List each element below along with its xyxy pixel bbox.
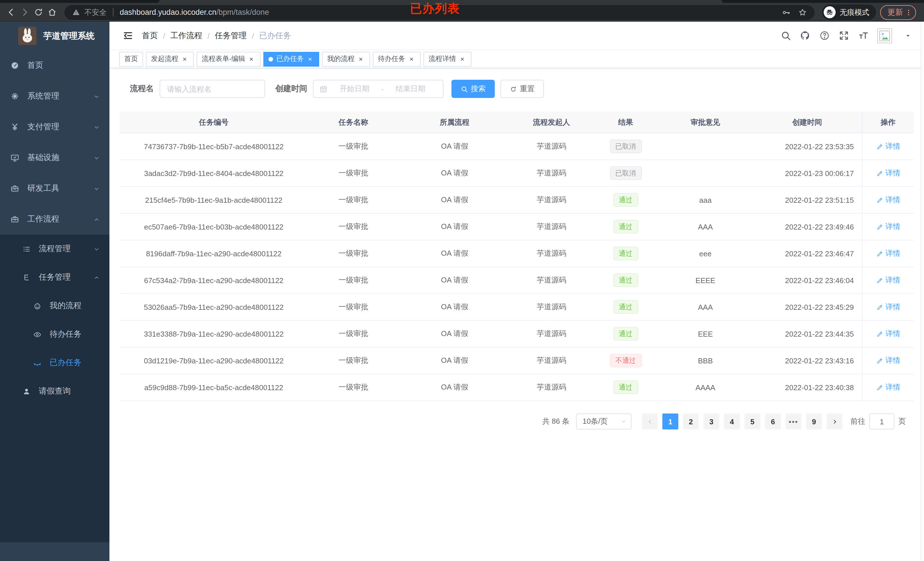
sidebar-subitem[interactable]: 已办任务	[0, 349, 110, 377]
tab[interactable]: 流程详情 ×	[423, 52, 471, 66]
process-name-input[interactable]	[160, 80, 265, 98]
page-button[interactable]: 1	[662, 413, 678, 429]
breadcrumb-separator: /	[252, 31, 254, 40]
reset-button[interactable]: 重置	[501, 80, 544, 98]
tab-close-icon[interactable]: ×	[306, 55, 314, 63]
update-button[interactable]: 更新	[880, 5, 916, 19]
key-icon[interactable]	[782, 8, 790, 17]
sidebar-item[interactable]: 首页	[0, 50, 110, 81]
page-button[interactable]: 5	[744, 413, 760, 429]
initiator-cell: 芋道源码	[510, 240, 593, 267]
robot-icon	[33, 302, 42, 310]
logo-avatar	[18, 27, 36, 45]
search-button[interactable]: 搜索	[452, 80, 495, 98]
sidebar-item[interactable]: 研发工具	[0, 173, 110, 204]
tab[interactable]: 我的流程 ×	[322, 52, 370, 66]
task-id-cell: 8196daff-7b9a-11ec-a290-acde48001122	[120, 240, 308, 267]
not-secure-warning-icon	[72, 8, 80, 16]
sidebar-item[interactable]: 工作流程	[0, 204, 110, 235]
page-size-select[interactable]: 10条/页	[576, 413, 632, 429]
task-id-cell: a59c9d88-7b99-11ec-ba5c-acde48001122	[120, 374, 308, 401]
bookmark-star-icon[interactable]	[798, 8, 807, 17]
tab-close-icon[interactable]: ×	[248, 55, 255, 63]
task-id-cell: 215cf4e5-7b9b-11ec-9a1b-acde48001122	[120, 187, 308, 214]
details-link[interactable]: 详情	[876, 195, 900, 205]
browser-menu-dots-icon[interactable]	[904, 8, 913, 16]
tab-label: 流程详情	[429, 54, 456, 64]
process-cell: OA 请假	[399, 321, 510, 347]
table-header: 任务编号 任务名称 所属流程 流程发起人 结果 审批意见 创建时间 操作	[120, 112, 914, 133]
page-button[interactable]: 4	[724, 413, 740, 429]
page-button[interactable]: 3	[704, 413, 719, 429]
result-cell: 通过	[593, 240, 658, 267]
toolbox-icon	[10, 184, 20, 193]
result-cell: 不通过	[593, 347, 658, 374]
tab[interactable]: 流程表单-编辑 ×	[196, 52, 261, 66]
sidebar-item[interactable]: 系统管理	[0, 81, 110, 112]
page-button[interactable]: 9	[806, 413, 822, 429]
toolbox-icon	[10, 215, 20, 224]
font-size-icon[interactable]	[858, 30, 869, 41]
tab-close-icon[interactable]: ×	[408, 55, 416, 63]
sidebar-subitem[interactable]: 任务管理	[0, 263, 110, 292]
window-scrollbar[interactable]	[921, 22, 924, 561]
details-link[interactable]: 详情	[876, 382, 900, 392]
page-button[interactable]: 2	[683, 413, 699, 429]
details-link[interactable]: 详情	[876, 355, 900, 366]
back-icon[interactable]	[6, 7, 16, 17]
tab[interactable]: 发起流程 ×	[146, 52, 194, 66]
tree-icon	[22, 273, 31, 282]
tab[interactable]: 已办任务 ×	[263, 52, 319, 66]
pagination: 共 86 条 10条/页 1 2 3 4	[110, 413, 906, 429]
sidebar-subitem[interactable]: 我的流程	[0, 292, 110, 320]
page-button[interactable]: 6	[765, 413, 781, 429]
details-link[interactable]: 详情	[876, 221, 900, 232]
tab-close-icon[interactable]: ×	[357, 55, 365, 63]
details-link[interactable]: 详情	[876, 275, 900, 285]
date-range-picker[interactable]: 开始日期 - 结束日期	[313, 80, 444, 98]
breadcrumb-link[interactable]: 工作流程	[170, 30, 202, 41]
prev-page-button[interactable]	[642, 413, 658, 429]
app-title: 芋道管理系统	[44, 30, 94, 41]
breadcrumb-link[interactable]: 任务管理	[215, 30, 247, 41]
goto-page-input[interactable]	[869, 413, 894, 429]
created-cell: 2022-01-22 23:43:16	[752, 347, 862, 374]
search-icon[interactable]	[780, 30, 791, 41]
tab[interactable]: 首页	[119, 52, 143, 66]
reload-icon[interactable]	[34, 7, 44, 17]
details-link[interactable]: 详情	[876, 141, 900, 151]
result-cell: 通过	[593, 374, 658, 401]
caret-down-icon[interactable]	[905, 33, 911, 39]
sidebar-subitem[interactable]: 流程管理	[0, 235, 110, 263]
breadcrumb-item: / 任务管理	[202, 30, 247, 41]
details-link[interactable]: 详情	[876, 168, 900, 178]
github-icon[interactable]	[800, 30, 811, 41]
sidebar-subitem[interactable]: 待办任务	[0, 320, 110, 349]
fold-sidebar-icon[interactable]	[123, 30, 134, 41]
tab-close-icon[interactable]: ×	[458, 55, 466, 63]
result-cell: 通过	[593, 321, 658, 347]
sidebar-item[interactable]: 基础设施	[0, 142, 110, 173]
home-icon[interactable]	[47, 7, 57, 17]
sidebar-subitem[interactable]: 请假查询	[0, 377, 110, 405]
action-cell: 详情	[862, 347, 914, 374]
process-cell: OA 请假	[399, 374, 510, 401]
initiator-cell: 芋道源码	[510, 294, 593, 321]
tab-close-icon[interactable]: ×	[181, 55, 189, 63]
breadcrumb-item: 首页	[142, 30, 158, 41]
page-button[interactable]: •••	[786, 413, 801, 429]
breadcrumb-link[interactable]: 首页	[142, 30, 158, 41]
sidebar-item[interactable]: 支付管理	[0, 112, 110, 142]
details-link[interactable]: 详情	[876, 302, 900, 312]
fullscreen-icon[interactable]	[838, 30, 849, 41]
details-link[interactable]: 详情	[876, 248, 900, 259]
help-icon[interactable]	[819, 30, 830, 41]
next-page-button[interactable]	[826, 413, 843, 429]
comment-cell: BBB	[658, 347, 752, 374]
details-link[interactable]: 详情	[876, 329, 900, 339]
forward-icon[interactable]	[20, 7, 30, 17]
result-cell: 通过	[593, 187, 658, 214]
breadcrumb-link[interactable]: 已办任务	[259, 30, 291, 41]
tab[interactable]: 待办任务 ×	[373, 52, 421, 66]
avatar[interactable]	[877, 28, 892, 43]
